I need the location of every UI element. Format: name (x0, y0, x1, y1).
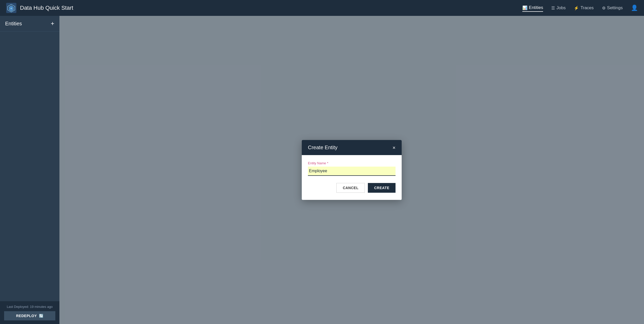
redeploy-label: REDEPLOY (16, 314, 37, 318)
cancel-button[interactable]: CANCEL (336, 183, 365, 193)
modal-header: Create Entity × (302, 140, 402, 155)
modal-title: Create Entity (308, 145, 338, 150)
nav-item-jobs[interactable]: ☰ Jobs (551, 4, 566, 12)
jobs-icon: ☰ (551, 6, 555, 10)
main-content: Create Entity × Entity Name * CANCEL CRE… (59, 16, 644, 324)
svg-point-3 (10, 7, 12, 9)
nav-traces-label: Traces (580, 5, 594, 10)
traces-icon: ⚡ (574, 6, 579, 10)
redeploy-button[interactable]: REDEPLOY 🔄 (4, 311, 55, 320)
nav-items: 📊 Entities ☰ Jobs ⚡ Traces ⚙ Settings 👤 (522, 4, 638, 12)
sidebar: Entities + Last Deployed: 19 minutes ago… (0, 16, 59, 324)
nav-settings-label: Settings (607, 5, 623, 10)
add-entity-button[interactable]: + (51, 20, 54, 27)
sidebar-footer: Last Deployed: 19 minutes ago REDEPLOY 🔄 (0, 301, 59, 324)
sidebar-title: Entities (5, 21, 22, 27)
entity-name-label: Entity Name * (308, 161, 396, 165)
modal-body: Entity Name * CANCEL CREATE (302, 155, 402, 200)
app-logo (6, 3, 16, 13)
main-layout: Entities + Last Deployed: 19 minutes ago… (0, 16, 644, 324)
settings-icon: ⚙ (602, 6, 606, 10)
user-avatar-button[interactable]: 👤 (631, 4, 638, 12)
entities-icon: 📊 (522, 5, 527, 10)
nav-item-settings[interactable]: ⚙ Settings (602, 4, 623, 12)
create-button[interactable]: CREATE (368, 183, 396, 193)
sidebar-header: Entities + (0, 16, 59, 31)
modal-overlay: Create Entity × Entity Name * CANCEL CRE… (59, 16, 644, 324)
app-title: Data Hub Quick Start (20, 5, 73, 11)
nav-item-entities[interactable]: 📊 Entities (522, 4, 543, 12)
redeploy-icon: 🔄 (39, 314, 44, 318)
create-entity-modal: Create Entity × Entity Name * CANCEL CRE… (302, 140, 402, 200)
nav-entities-label: Entities (529, 5, 543, 10)
entity-name-input[interactable] (308, 167, 396, 176)
nav-brand: Data Hub Quick Start (6, 3, 73, 13)
modal-actions: CANCEL CREATE (308, 183, 396, 193)
nav-item-traces[interactable]: ⚡ Traces (574, 4, 594, 12)
modal-close-button[interactable]: × (392, 145, 396, 150)
top-navigation: Data Hub Quick Start 📊 Entities ☰ Jobs ⚡… (0, 0, 644, 16)
last-deployed-label: Last Deployed: 19 minutes ago (4, 305, 55, 309)
nav-jobs-label: Jobs (556, 5, 566, 10)
